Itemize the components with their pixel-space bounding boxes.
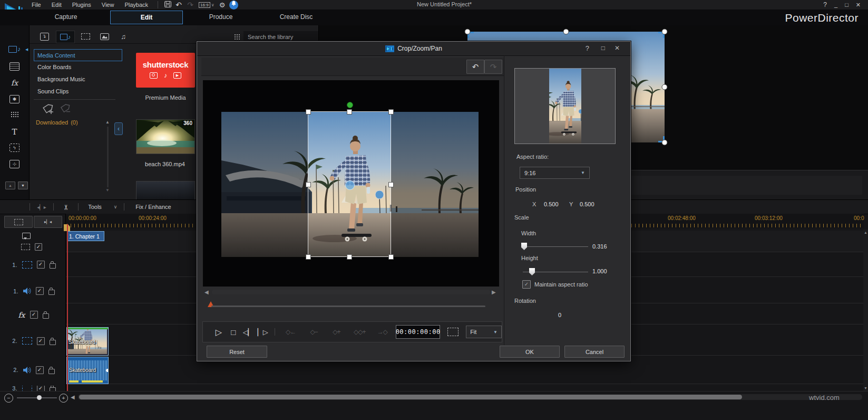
audio-clip-skateboard[interactable]: Skateboard (66, 357, 109, 384)
timeline-vscrollbar[interactable]: ▲ ▼ (863, 230, 868, 391)
downloaded-folder[interactable]: Downloaded (0) (36, 119, 78, 126)
import-media-button[interactable]: ↴ (36, 31, 53, 42)
tab-create-disc[interactable]: Create Disc (259, 13, 333, 21)
maximize-icon[interactable]: □ (845, 2, 849, 8)
reset-button[interactable]: Reset (207, 346, 267, 358)
playhead[interactable] (67, 224, 68, 391)
track-lock-icon[interactable] (50, 387, 56, 392)
add-keyframe-icon[interactable]: ◇+ (325, 328, 347, 336)
gear-icon[interactable]: ⚙ (217, 1, 228, 9)
tab-capture[interactable]: Capture (29, 13, 103, 21)
clip-volume-handle[interactable] (106, 369, 109, 372)
media-content-button[interactable]: ♪ (56, 31, 75, 43)
close-icon[interactable]: ✕ (856, 2, 861, 8)
collapse-tracks-button[interactable]: ▸▏◂ (34, 216, 62, 228)
menu-file[interactable]: File (26, 2, 46, 8)
split-clip-icon[interactable]: ◂▏▸ (30, 204, 53, 210)
track-enable-checkbox[interactable]: ✓ (37, 337, 45, 345)
list-scroll-up-icon[interactable]: ▲ (105, 120, 110, 125)
next-keyframe-icon[interactable]: →◇ (372, 328, 393, 336)
video-track-1-header[interactable]: 1. ✓ (0, 253, 65, 276)
height-slider-thumb[interactable] (529, 268, 535, 275)
fx-track-header[interactable]: fx ✓ (0, 306, 65, 324)
collapse-panel-button[interactable]: ‹ (114, 122, 123, 135)
crop-handle-s[interactable] (347, 254, 352, 260)
minimize-icon[interactable]: _ (834, 2, 837, 8)
media-thumbnail-next[interactable] (136, 181, 195, 201)
stop-button[interactable]: □ (226, 328, 241, 337)
resize-handle[interactable] (662, 29, 668, 35)
audio-track-1-header[interactable]: 1. ✓ (0, 279, 65, 303)
play-button[interactable]: ▷ (211, 327, 226, 337)
crop-handle-sw[interactable] (306, 254, 311, 260)
menu-playback[interactable]: Playback (119, 2, 153, 8)
rail-scroll-down-button[interactable]: ▼ (18, 182, 28, 189)
menu-plugins[interactable]: Plugins (67, 2, 96, 8)
chapter-track-header[interactable] (0, 231, 87, 241)
audio-track-2-header[interactable]: 2. ✓ (0, 356, 65, 384)
width-slider-thumb[interactable] (521, 243, 527, 250)
library-category-color-boards[interactable]: Color Boards (34, 61, 122, 72)
tab-edit[interactable]: Edit (110, 11, 183, 24)
rail-item-mixing[interactable]: ⊹ (0, 160, 29, 168)
help-icon[interactable]: ? (823, 1, 827, 8)
track-enable-checkbox[interactable]: ✓ (37, 261, 45, 269)
hscrollbar-thumb[interactable] (79, 395, 742, 399)
timecode-display[interactable]: 00:00:00:00 (396, 325, 440, 339)
library-category-media-content[interactable]: Media Content (34, 49, 122, 61)
list-scroll-down-icon[interactable]: ▼ (105, 188, 110, 193)
add-tag-icon[interactable] (41, 103, 54, 117)
next-frame-button[interactable]: ▏▷ (256, 328, 270, 336)
zoom-in-button[interactable]: + (59, 394, 68, 403)
scroll-left-icon[interactable]: ◀ (71, 394, 75, 400)
track-manager-button[interactable] (4, 216, 33, 228)
notification-bell-icon[interactable] (229, 1, 238, 9)
crop-rotate-handle[interactable] (347, 102, 353, 108)
track-enable-checkbox[interactable]: ✓ (37, 386, 45, 391)
remove-keyframe-icon[interactable]: ◇− (303, 328, 326, 336)
video-track-3-header[interactable]: 3. ✓ (0, 386, 65, 391)
fix-enhance-button[interactable]: Fix / Enhance (124, 204, 182, 210)
redo-icon[interactable]: ↷ (184, 1, 196, 9)
track-enable-checkbox[interactable]: ✓ (30, 311, 38, 319)
crop-handle-n[interactable] (347, 109, 352, 114)
ok-button[interactable]: OK (500, 346, 560, 358)
track-lock-icon[interactable] (48, 369, 55, 374)
aspect-ratio-dropdown[interactable]: 9:16 ▼ (520, 167, 590, 179)
rotation-value[interactable]: 0 (549, 312, 570, 318)
tools-menu[interactable]: Tools (79, 204, 111, 210)
rail-item-effects[interactable]: fx (0, 79, 29, 87)
track-lock-icon[interactable] (48, 290, 55, 295)
video-track-2-header[interactable]: 2. ✓ (0, 327, 65, 355)
resize-handle[interactable] (465, 29, 471, 35)
save-icon[interactable] (162, 1, 173, 8)
video-clip-skateboard[interactable]: Skateboard (66, 327, 109, 356)
track-enable-checkbox[interactable]: ✓ (36, 366, 44, 374)
dialog-redo-button[interactable]: ↷ (484, 60, 502, 74)
my-projects-button[interactable] (77, 31, 94, 42)
resize-handle[interactable] (662, 84, 668, 90)
track-lock-icon[interactable] (43, 313, 49, 319)
timeline-hscrollbar[interactable] (78, 394, 862, 400)
aspect-ratio-selector[interactable]: 16:9 ∨ (199, 2, 214, 8)
media-thumbnail-beach[interactable]: 360 (136, 119, 195, 154)
cancel-button[interactable]: Cancel (564, 346, 625, 358)
resize-handle[interactable] (563, 29, 569, 35)
rail-item-particles[interactable] (0, 111, 29, 118)
list-scrollbar[interactable] (107, 127, 109, 187)
library-category-background-music[interactable]: Background Music (34, 73, 122, 84)
remove-tag-icon[interactable] (59, 103, 71, 116)
rail-item-projects[interactable] (0, 62, 29, 71)
rail-item-transition-room[interactable]: ϟ (0, 144, 29, 152)
menu-view[interactable]: View (96, 2, 120, 8)
dialog-title-bar[interactable]: Crop/Zoom/Pan ? □ ✕ (197, 42, 630, 56)
zoom-slider-thumb[interactable] (37, 395, 42, 400)
crop-handle-ne[interactable] (388, 109, 394, 114)
rail-item-media[interactable]: ♪ (0, 45, 29, 53)
resize-handle[interactable] (662, 140, 668, 146)
track-lock-icon[interactable] (50, 340, 56, 345)
rail-item-titles[interactable]: T (0, 127, 29, 137)
undo-icon[interactable]: ↶ (173, 1, 184, 9)
dialog-help-icon[interactable]: ? (586, 44, 589, 52)
track-lock-icon[interactable] (50, 263, 56, 269)
